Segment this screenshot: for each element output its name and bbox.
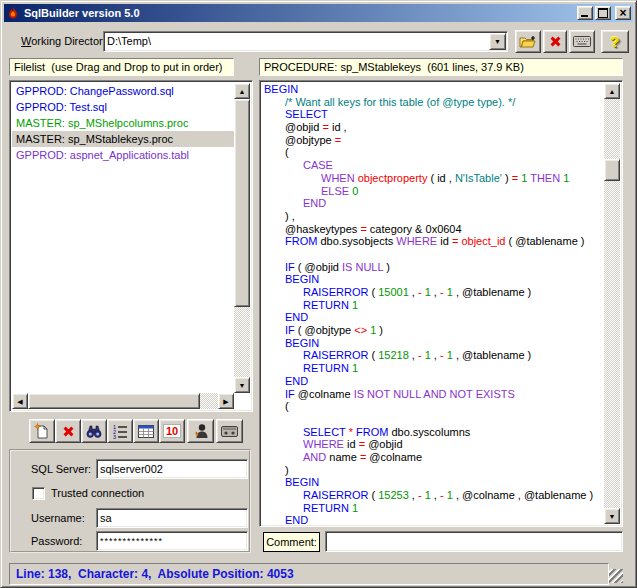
top-rows-button[interactable]: 10 — [159, 419, 185, 443]
code-line: END — [262, 514, 604, 524]
editor-vscrollbar[interactable]: ▲ ▼ — [604, 83, 620, 524]
code-line: END — [262, 197, 604, 210]
find-button[interactable] — [81, 419, 107, 443]
code-line: @haskeytypes = category & 0x0604 — [262, 223, 604, 236]
code-line: ELSE 0 — [262, 185, 604, 198]
editor-vscroll-thumb[interactable] — [604, 159, 620, 181]
scroll-up-icon[interactable]: ▲ — [234, 83, 250, 99]
numbered-list-icon: 1 2 3 — [113, 424, 128, 439]
sql-server-input[interactable] — [96, 459, 248, 479]
user-button[interactable] — [187, 419, 214, 443]
filelist-items: GPPROD: ChangePassword.sqlGPPROD: Test.s… — [12, 83, 234, 393]
new-file-button[interactable] — [29, 419, 55, 443]
delete-x-icon — [63, 426, 74, 437]
open-folder-button[interactable] — [515, 30, 541, 53]
code-line: BEGIN — [262, 337, 604, 350]
code-line: IF ( @objtype <> 1 ) — [262, 324, 604, 337]
numbered-list-button[interactable]: 1 2 3 — [107, 419, 133, 443]
code-line: AND name = @colname — [262, 451, 604, 464]
number-10-icon: 10 — [163, 424, 181, 438]
username-input[interactable] — [96, 508, 248, 528]
delete-file-button[interactable] — [55, 419, 81, 443]
scroll-up-icon[interactable]: ▲ — [604, 83, 620, 99]
code-line — [262, 413, 604, 426]
app-window: SqlBuilder version 5.0 × Working Directo… — [0, 0, 637, 588]
code-line: /* Want all keys for this table (of @typ… — [262, 96, 604, 109]
code-line: RAISERROR ( 15218 , - 1 , - 1 , @tablena… — [262, 349, 604, 362]
list-item[interactable]: GPPROD: aspnet_Applications.tabl — [12, 147, 234, 163]
code-line: ( — [262, 146, 604, 159]
code-line: RETURN 1 — [262, 502, 604, 515]
cassette-icon — [221, 426, 238, 437]
code-line: BEGIN — [262, 273, 604, 286]
code-line: RETURN 1 — [262, 299, 604, 312]
code-line: END — [262, 311, 604, 324]
scroll-left-icon[interactable]: ◀ — [12, 393, 28, 409]
code-line: IF ( @objid IS NULL ) — [262, 261, 604, 274]
minimize-icon[interactable] — [577, 6, 593, 20]
help-question-icon: ? — [610, 33, 619, 50]
cassette-button[interactable] — [216, 419, 243, 443]
username-label: Username: — [31, 512, 85, 524]
list-item[interactable]: MASTER: sp_MShelpcolumns.proc — [12, 115, 234, 131]
password-label: Password: — [31, 535, 82, 547]
comment-button-label: Comment: — [266, 536, 317, 548]
table-view-button[interactable] — [133, 419, 159, 443]
keyboard-button[interactable] — [569, 30, 595, 53]
filelist-hscrollbar[interactable]: ◀ ▶ — [12, 393, 234, 409]
filelist-vscrollbar[interactable]: ▲ ▼ — [234, 83, 250, 393]
code-line: @objtype = — [262, 134, 604, 147]
scroll-right-icon[interactable]: ▶ — [218, 393, 234, 409]
code-line: WHEN objectproperty ( id , N'IsTable' ) … — [262, 172, 604, 185]
resize-grip-icon[interactable] — [609, 569, 623, 583]
filelist: GPPROD: ChangePassword.sqlGPPROD: Test.s… — [9, 80, 253, 412]
keyboard-icon — [573, 36, 591, 47]
scroll-down-icon[interactable]: ▼ — [604, 508, 620, 524]
titlebar: SqlBuilder version 5.0 × — [4, 4, 633, 22]
scroll-down-icon[interactable]: ▼ — [234, 377, 250, 393]
filelist-header: Filelist (use Drag and Drop to put in or… — [9, 58, 234, 76]
new-document-icon — [34, 423, 50, 439]
code-line — [262, 248, 604, 261]
code-line: RAISERROR ( 15001 , - 1 , - 1 , @tablena… — [262, 286, 604, 299]
working-directory-label: Working Directory — [21, 35, 108, 47]
password-input[interactable] — [96, 531, 248, 551]
comment-button[interactable]: Comment: — [263, 532, 320, 552]
working-directory-combobox[interactable]: D:\Temp\ ▼ — [103, 31, 508, 52]
code-line: CASE — [262, 159, 604, 172]
code-line: BEGIN — [262, 83, 604, 96]
comment-input[interactable] — [325, 531, 623, 552]
list-item[interactable]: MASTER: sp_MStablekeys.proc — [12, 131, 234, 147]
code-line: RETURN 1 — [262, 362, 604, 375]
trusted-connection-checkbox[interactable] — [32, 487, 45, 500]
svg-text:3: 3 — [113, 434, 116, 439]
open-folder-plus-icon — [519, 35, 537, 49]
filelist-hscroll-thumb[interactable] — [28, 393, 200, 409]
procedure-header: PROCEDURE: sp_MStablekeys (601 lines, 37… — [259, 58, 623, 76]
code-line: SELECT — [262, 108, 604, 121]
code-line: END — [262, 375, 604, 388]
sql-server-label: SQL Server: — [31, 463, 91, 475]
list-item[interactable]: GPPROD: Test.sql — [12, 99, 234, 115]
code-line: ) — [262, 464, 604, 477]
code-line: IF @colname IS NOT NULL AND NOT EXISTS — [262, 388, 604, 401]
list-item[interactable]: GPPROD: ChangePassword.sql — [12, 83, 234, 99]
code-line: BEGIN — [262, 476, 604, 489]
help-button[interactable]: ? — [601, 30, 629, 53]
chevron-down-icon[interactable]: ▼ — [489, 33, 506, 50]
trusted-connection-label: Trusted connection — [51, 487, 144, 499]
connection-group: SQL Server: Trusted connection Username:… — [9, 449, 251, 553]
code-line: ( — [262, 400, 604, 413]
app-flame-icon — [6, 6, 20, 20]
clear-directory-button[interactable] — [543, 30, 567, 53]
filelist-vscroll-thumb[interactable] — [234, 99, 250, 307]
status-position-text: Line: 138, Character: 4, Absolute Positi… — [16, 567, 294, 581]
code-line: @objid = id , — [262, 121, 604, 134]
red-x-icon — [550, 36, 561, 47]
code-line: FROM dbo.sysobjects WHERE id = object_id… — [262, 235, 604, 248]
close-icon[interactable]: × — [615, 6, 631, 20]
code-line: WHERE id = @objid — [262, 438, 604, 451]
maximize-icon[interactable] — [595, 6, 611, 20]
code-line: SELECT * FROM dbo.syscolumns — [262, 426, 604, 439]
window-title: SqlBuilder version 5.0 — [24, 7, 140, 19]
